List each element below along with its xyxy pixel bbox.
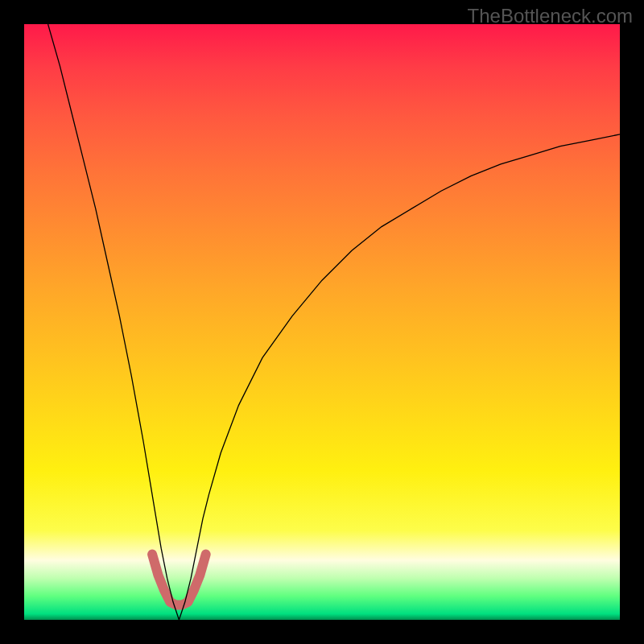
- chart-svg: [24, 24, 620, 620]
- highlight-segment: [152, 555, 206, 605]
- chart-plot-area: [24, 24, 620, 620]
- bottleneck-curve: [48, 24, 620, 620]
- watermark: TheBottleneck.com: [468, 5, 633, 27]
